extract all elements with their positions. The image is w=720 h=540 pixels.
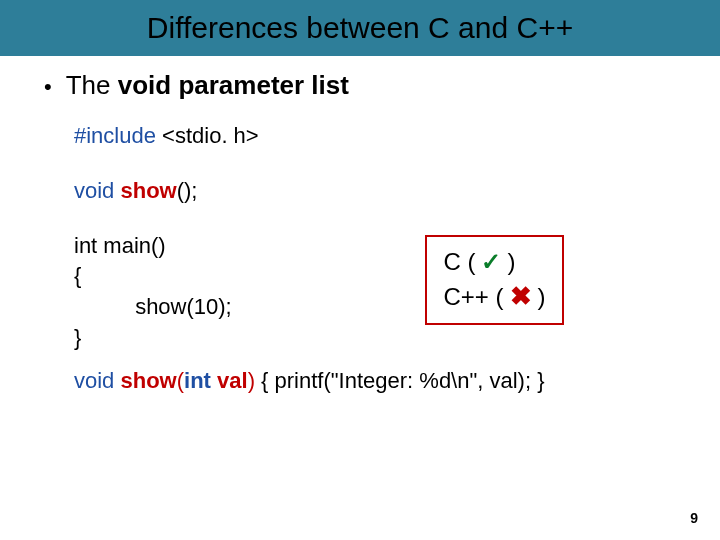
def-body: { printf("Integer: %d\n", val); } xyxy=(255,368,545,393)
main-l3: show(10); xyxy=(74,292,425,323)
check-icon: ✓ xyxy=(481,245,501,279)
result-box: C (✓) C++ (✖) xyxy=(425,235,563,325)
code-include: #include <stdio. h> xyxy=(74,121,680,152)
main-indent xyxy=(74,294,135,319)
bullet-dot: • xyxy=(44,76,52,98)
bullet-keyword: void parameter list xyxy=(118,70,349,100)
slide: Differences between C and C++ • The void… xyxy=(0,0,720,540)
result-cpp: C++ (✖) xyxy=(443,278,545,314)
result-c-close: ) xyxy=(507,245,515,279)
result-c: C (✓) xyxy=(443,245,545,279)
bullet-prefix: The xyxy=(66,70,118,100)
title-bar: Differences between C and C++ xyxy=(0,0,720,56)
content-area: • The void parameter list #include <stdi… xyxy=(0,56,720,397)
include-keyword: #include xyxy=(74,123,156,148)
code-decl: void show(); xyxy=(74,176,680,207)
spacer xyxy=(74,207,680,231)
slide-title: Differences between C and C++ xyxy=(147,11,573,45)
result-c-label: C ( xyxy=(443,245,475,279)
main-l1: int main() xyxy=(74,231,425,262)
decl-show: show xyxy=(120,178,176,203)
decl-void: void xyxy=(74,178,114,203)
main-l2: { xyxy=(74,261,425,292)
cross-icon: ✖ xyxy=(510,278,532,314)
spacer xyxy=(74,354,680,366)
main-code: int main() { show(10); } xyxy=(74,231,425,354)
main-l4: } xyxy=(74,323,425,354)
result-cpp-close: ) xyxy=(538,280,546,314)
def-val: val xyxy=(217,368,248,393)
page-number: 9 xyxy=(690,510,698,526)
result-area: C (✓) C++ (✖) xyxy=(425,231,680,325)
def-show: show xyxy=(120,368,176,393)
def-open: ( xyxy=(177,368,184,393)
def-void: void xyxy=(74,368,114,393)
def-int: int xyxy=(184,368,211,393)
decl-rest: (); xyxy=(177,178,198,203)
main-call: show(10); xyxy=(135,294,232,319)
code-def: void show(int val) { printf("Integer: %d… xyxy=(74,366,680,397)
def-close: ) xyxy=(248,368,255,393)
bullet-text: The void parameter list xyxy=(66,70,349,101)
main-and-result-row: int main() { show(10); } C (✓) C++ (✖) xyxy=(74,231,680,354)
include-target: <stdio. h> xyxy=(156,123,259,148)
spacer xyxy=(74,152,680,176)
bullet-item: • The void parameter list xyxy=(44,70,680,101)
result-cpp-label: C++ ( xyxy=(443,280,503,314)
code-block: #include <stdio. h> void show(); int mai… xyxy=(74,121,680,397)
